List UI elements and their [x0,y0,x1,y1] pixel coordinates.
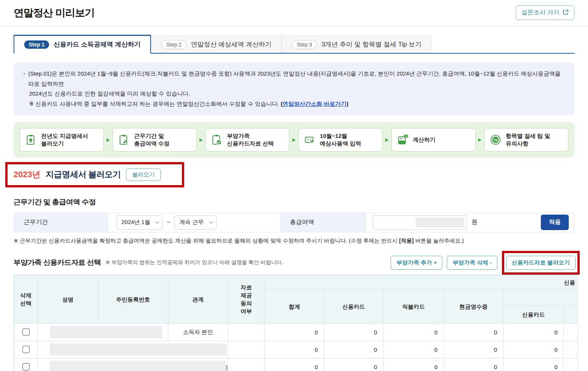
import-card-data-annotation-box: 신용카드자료 불러오기 [502,251,580,275]
relation-cell: 소득자 본인 [168,323,228,341]
import-statement-annotation-box: 2023년 지급명세서 불러오기 불러오기 [5,162,184,187]
flow-card-tips: Tip 항목별 절세 팁 및유의사항 [484,128,568,151]
cash-receipt-cell: 0 [444,341,503,358]
total-cell: 0 [265,341,324,358]
tip-icon: Tip [490,134,501,145]
tab-step1-label: 신용카드 소득공제액 계산하기 [54,40,140,49]
family-section-note: ※ 부양가족의 범위는 인적공제와 차이가 있으니 아래 설명을 확인 바랍니다… [106,259,283,266]
flow-card-enter-estimate: 10월~12월예상사용액 입력 [299,128,383,151]
redaction-mask [50,343,226,356]
masked-name-cell: ) [38,358,228,371]
family-section-header: 부양가족 신용카드자료 선택 ※ 부양가족의 범위는 인적공제와 차이가 있으니… [14,256,574,270]
total-salary-label: 총급여액 [280,213,366,232]
flow-arrow-icon: ▶ [289,137,298,142]
simplified-service-link[interactable]: 연말정산간소화 바로가기 [283,100,346,107]
step1-badge: Step 1 [24,40,49,49]
col-header-name: 성명 [38,275,98,323]
work-start-select[interactable]: 2024년 1월 [117,215,163,230]
col-header-consent: 자료 제공 동의 여부 [228,275,265,323]
mask-tail-text: ) [226,364,228,370]
notice-box: · (Step.01)은 본인의 2024년 1월~9월 신용카드(체크,직불카… [14,63,574,115]
redaction-mask [416,218,465,227]
table-row: 소득자 본인 0 0 0 0 0 [14,323,578,341]
clipboard-check-icon [211,134,222,145]
external-link-icon [563,9,569,17]
work-note-text: ※ 근무기간은 신용카드사용금액을 확정하고 총급여액은 공제한도 계산을 위해… [14,238,399,244]
partial-cell [564,323,578,341]
flow-step-label: 계산하기 [413,136,436,144]
step-tabs: Step 1 신용카드 소득공제액 계산하기 Step 2 연말정산 예상세액 … [14,35,574,54]
redaction-mask [50,361,226,371]
total-cell: 0 [265,358,324,371]
add-dependent-button[interactable]: 부양가족 추가 + [391,256,442,270]
consent-cell [228,341,265,358]
cash-receipt-cell: 0 [444,323,503,341]
debit-card-cell: 0 [383,323,444,341]
work-form-note: ※ 근무기간은 신용카드사용금액을 확정하고 총급여액은 공제한도 계산을 위해… [14,237,574,244]
paren-close: ) [346,100,348,107]
work-end-select[interactable]: 계속 근무 [174,215,217,230]
work-section-heading: 근무기간 및 총급여액 수정 [14,197,574,207]
page-title: 연말정산 미리보기 [14,6,95,20]
credit-card-cell: 0 [324,323,383,341]
col-header-total: 합계 [265,289,324,323]
debit-card-cell: 0 [383,358,444,371]
family-buttons: 부양가족 추가 + 부양가족 삭제 - 신용카드자료 불러오기 [391,256,574,270]
work-end-value: 계속 근무 [179,219,203,226]
page-header: 연말정산 미리보기 설문조사 가기 [14,0,574,26]
sub-credit-card-cell: 0 [503,358,564,371]
work-note-bold: [적용] [399,238,414,244]
tab-step3-trend-tips[interactable]: Step 3 3개년 추이 및 항목별 절세 Tip 보기 [282,36,431,53]
masked-name-cell [38,341,228,358]
clipboard-edit-icon [118,134,129,145]
flow-card-edit-period: 근무기간 및총급여액 수정 [112,128,197,151]
tab-step2-estimated-tax[interactable]: Step 2 연말정산 예상세액 계산하기 [151,36,282,53]
flow-card-select-dependents: 부양가족신용카드자료 선택 [205,128,289,151]
work-period-form: 근무기간 2024년 1월 ~ 계속 근무 총급여액 원 적용 [14,213,574,232]
work-note-suffix: 버튼을 눌러주세요.) [414,238,464,244]
consent-cell [228,323,265,341]
credit-card-cell: 0 [324,358,383,371]
tab-step1-credit-card-deduction[interactable]: Step 1 신용카드 소득공제액 계산하기 [14,35,151,54]
flow-card-import-statement: 전년도 지급명세서불러오기 [20,128,104,151]
row-checkbox[interactable] [22,346,30,353]
consent-cell [228,358,265,371]
chevron-down-icon [209,220,213,224]
survey-button-label: 설문조사 가기 [522,9,559,17]
flow-step-label: 항목별 절세 팁 및유의사항 [506,132,550,147]
col-header-partial [564,305,578,323]
sub-credit-card-cell: 0 [503,323,564,341]
redaction-mask [50,326,162,338]
step3-badge: Step 3 [292,40,317,49]
flow-arrow-icon: ▶ [104,137,112,142]
row-checkbox[interactable] [22,328,30,336]
survey-button[interactable]: 설문조사 가기 [516,5,574,20]
col-header-resident-number: 주민등록번호 [98,275,168,323]
remove-dependent-button[interactable]: 부양가족 삭제 - [447,256,497,270]
notice-line3: ※ 신용카드 사용내역 중 일부를 삭제하고자 하는 경우에는 연말정산간소화에… [23,99,565,109]
process-flowbar: 전년도 지급명세서불러오기 ▶ 근무기간 및총급여액 수정 ▶ 부양가족신용카드… [14,122,574,158]
sub-credit-card-cell: 0 [503,341,564,358]
clipboard-upload-icon [25,134,37,145]
range-separator: ~ [167,219,170,226]
tab-step2-label: 연말정산 예상세액 계산하기 [191,40,271,49]
total-cell: 0 [265,323,324,341]
apply-button[interactable]: 적용 [541,215,569,230]
import-year-label: 2023년 [14,169,40,180]
dependents-table: 삭제 선택 성명 주민등록번호 관계 자료 제공 동의 여부 신용 합계 신용카… [14,275,574,371]
notice-line2: 2024년도 신용카드로 인한 절감세액을 미리 예상할 수 있습니다. [23,89,565,99]
col-header-debit-card: 직불카드 [383,289,444,323]
total-salary-input[interactable] [373,215,467,230]
import-card-data-button[interactable]: 신용카드자료 불러오기 [506,256,576,270]
credit-card-cell: 0 [324,341,383,358]
col-header-cash-receipt: 현금영수증 [444,289,503,323]
load-statement-button[interactable]: 불러오기 [126,168,161,181]
card-edit-icon [304,134,316,145]
flow-step-label: 전년도 지급명세서불러오기 [41,132,88,147]
partial-cell [564,341,578,358]
flow-arrow-icon: ▶ [476,137,484,142]
tab-step3-label: 3개년 추이 및 항목별 절세 Tip 보기 [322,40,422,49]
cash-receipt-cell: 0 [444,358,503,371]
debit-card-cell: 0 [383,341,444,358]
row-checkbox[interactable] [22,363,30,371]
